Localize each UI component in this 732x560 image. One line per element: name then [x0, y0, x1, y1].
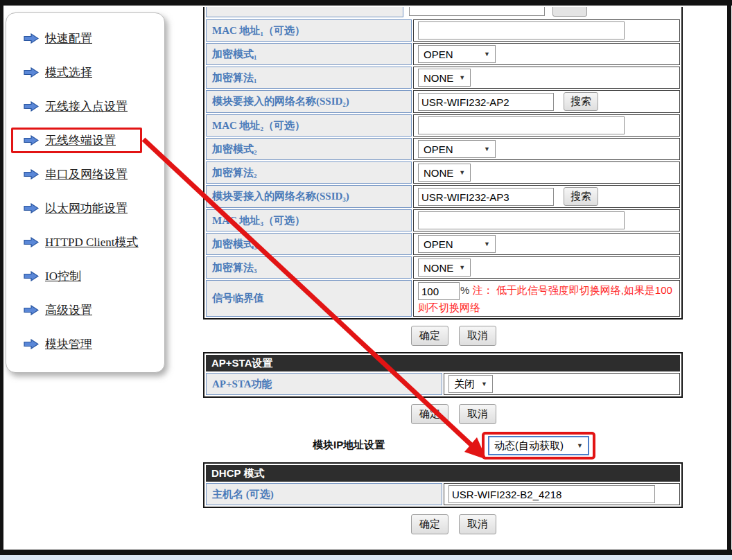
enc-mode1-value: OPEN — [424, 49, 453, 60]
ssid3-search-button[interactable]: 搜索 — [564, 187, 598, 206]
percent-unit: % — [460, 284, 469, 296]
mac1-label: MAC 地址₁（可选） — [206, 19, 412, 42]
ssid2-input[interactable] — [418, 93, 554, 111]
dhcp-buttons-row: 确定 取消 — [411, 514, 683, 534]
enc-alg3-value: NONE — [424, 262, 453, 274]
sidebar-item-label: 无线终端设置 — [45, 132, 116, 148]
enc-alg2-value: NONE — [424, 167, 453, 179]
blue-arrow-icon — [24, 135, 39, 146]
blue-arrow-icon — [24, 101, 39, 112]
enc-mode2-select[interactable]: OPEN — [418, 140, 496, 158]
table-row: 加密模式₁ OPEN — [206, 43, 680, 65]
table-row: 模块要接入的网络名称(SSID₂) 搜索 — [206, 90, 680, 113]
sta-buttons-row: 确定 取消 — [411, 326, 683, 346]
enc-mode3-select[interactable]: OPEN — [418, 235, 496, 253]
blue-arrow-icon — [24, 169, 39, 180]
table-row: AP+STA设置 — [206, 355, 680, 371]
ssid2-search-button[interactable]: 搜索 — [564, 92, 598, 111]
sidebar-item-ap-settings[interactable]: 无线接入点设置 — [6, 89, 164, 123]
sidebar-item-quick-config[interactable]: 快速配置 — [6, 21, 164, 55]
ok-button[interactable]: 确定 — [411, 514, 448, 534]
enc-alg2-select[interactable]: NONE — [418, 164, 471, 182]
module-ip-row: 模块IP地址设置 动态(自动获取) — [203, 430, 683, 462]
signal-threshold-input[interactable] — [418, 282, 460, 300]
table-row: 主机名 (可选) — [206, 483, 680, 505]
ssid2-label: 模块要接入的网络名称(SSID₂) — [206, 90, 412, 113]
table-row: 信号临界值 % 注： 低于此信号强度即切换网络,如果是100则不切换网络 — [206, 280, 680, 317]
enc-alg1-label: 加密算法₁ — [206, 67, 412, 89]
window-bottom-strip — [0, 555, 732, 560]
hostname-label: 主机名 (可选) — [206, 483, 442, 505]
cancel-button[interactable]: 取消 — [459, 326, 496, 346]
enc-mode2-value: OPEN — [424, 143, 453, 155]
sidebar-item-label: 无线接入点设置 — [45, 98, 128, 114]
sidebar-item-advanced[interactable]: 高级设置 — [6, 293, 164, 327]
window-frame-left — [0, 0, 3, 550]
blue-arrow-icon — [24, 67, 39, 78]
enc-mode3-label: 加密模式₃ — [206, 233, 412, 255]
highlight-box-ip-select: 动态(自动获取) — [482, 432, 595, 460]
ok-button[interactable]: 确定 — [411, 404, 448, 424]
mac1-input[interactable] — [418, 21, 625, 40]
hostname-input[interactable] — [448, 485, 655, 503]
blue-arrow-icon — [24, 203, 39, 213]
sidebar-item-httpd-client[interactable]: HTTPD Client模式 — [6, 225, 164, 259]
blue-arrow-icon — [24, 339, 39, 349]
module-ip-select[interactable]: 动态(自动获取) — [488, 436, 589, 455]
enc-mode3-value: OPEN — [424, 238, 453, 250]
enc-alg1-select[interactable]: NONE — [418, 69, 471, 87]
sidebar-item-module-mgmt[interactable]: 模块管理 — [6, 327, 164, 361]
sidebar-item-label: 串口及网络设置 — [45, 166, 128, 182]
sidebar-item-label: HTTPD Client模式 — [45, 234, 139, 250]
sidebar-item-sta-settings[interactable]: 无线终端设置 — [6, 123, 164, 157]
table-row: 加密算法₃ NONE — [206, 256, 680, 279]
sidebar-item-label: 高级设置 — [45, 302, 92, 318]
clipped-label-cell — [206, 7, 403, 17]
signal-threshold-label: 信号临界值 — [206, 280, 412, 317]
page: { "sidebar": { "items": [ "快速配置", "模式选择"… — [0, 0, 732, 560]
table-row: MAC 地址₂（可选） — [206, 114, 680, 137]
apsta-function-select[interactable]: 关闭 — [448, 375, 493, 393]
mac3-input[interactable] — [418, 211, 625, 229]
table-row: AP+STA功能 关闭 — [206, 373, 680, 395]
apsta-function-value: 关闭 — [454, 378, 475, 391]
dhcp-table: DHCP 模式 主机名 (可选) — [203, 462, 683, 508]
mac2-label: MAC 地址₂（可选） — [206, 114, 412, 137]
ssid3-label: 模块要接入的网络名称(SSID₃) — [206, 185, 412, 208]
table-row: MAC 地址₁（可选） — [206, 19, 680, 42]
clipped-ssid1-input[interactable] — [409, 7, 545, 16]
mac2-input[interactable] — [418, 116, 625, 134]
ssid3-input[interactable] — [418, 188, 554, 206]
enc-mode2-label: 加密模式₂ — [206, 138, 412, 160]
module-ip-value: 动态(自动获取) — [494, 439, 564, 453]
sidebar-item-label: IO控制 — [45, 268, 81, 284]
clipped-table-row — [203, 7, 683, 18]
module-ip-label: 模块IP地址设置 — [313, 439, 385, 452]
table-row: DHCP 模式 — [206, 465, 680, 482]
sidebar-item-io-control[interactable]: IO控制 — [6, 259, 164, 293]
sidebar-item-label: 模式选择 — [45, 64, 92, 80]
sta-settings-table: MAC 地址₁（可选） 加密模式₁ OPEN 加密算法₁ NONE 模块要接入的… — [203, 18, 683, 320]
sidebar-item-mode-select[interactable]: 模式选择 — [6, 55, 164, 89]
enc-alg1-value: NONE — [424, 72, 453, 84]
cancel-button[interactable]: 取消 — [459, 404, 496, 424]
cancel-button[interactable]: 取消 — [459, 514, 496, 534]
enc-alg2-label: 加密算法₂ — [206, 161, 412, 184]
blue-arrow-icon — [24, 33, 39, 44]
blue-arrow-icon — [24, 271, 39, 281]
window-frame-right — [727, 0, 731, 550]
sidebar-item-label: 模块管理 — [45, 336, 92, 352]
ok-button[interactable]: 确定 — [411, 326, 448, 346]
clipped-search-button[interactable] — [552, 7, 587, 17]
apsta-function-label: AP+STA功能 — [206, 373, 442, 395]
blue-arrow-icon — [24, 305, 39, 315]
sidebar-item-ethernet[interactable]: 以太网功能设置 — [6, 191, 164, 225]
apsta-table: AP+STA设置 AP+STA功能 关闭 — [203, 352, 683, 398]
enc-alg3-select[interactable]: NONE — [418, 259, 471, 277]
sidebar-nav-panel: 快速配置 模式选择 无线接入点设置 无线终端设置 串口及网络设置 以太网功能设置… — [6, 12, 165, 373]
enc-mode1-label: 加密模式₁ — [206, 43, 412, 65]
sidebar-item-uart-network[interactable]: 串口及网络设置 — [6, 157, 164, 191]
enc-mode1-select[interactable]: OPEN — [418, 45, 496, 63]
table-row: 加密模式₃ OPEN — [206, 233, 680, 255]
sidebar-item-label: 快速配置 — [45, 30, 92, 46]
